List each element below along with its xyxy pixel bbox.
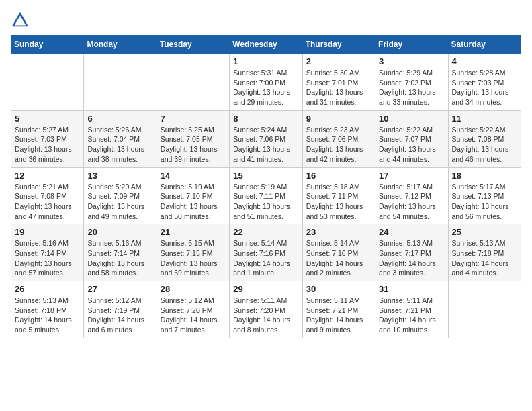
day-detail: Sunrise: 5:17 AMSunset: 7:12 PMDaylight:… <box>379 182 444 222</box>
day-number: 11 <box>452 113 517 124</box>
day-number: 27 <box>87 284 152 294</box>
day-detail: Sunrise: 5:11 AMSunset: 7:21 PMDaylight:… <box>306 295 371 335</box>
calendar-week-row: 1Sunrise: 5:31 AMSunset: 7:00 PMDaylight… <box>11 54 521 111</box>
calendar-day-cell <box>157 54 229 111</box>
calendar-header-row: SundayMondayTuesdayWednesdayThursdayFrid… <box>11 36 521 54</box>
calendar-day-cell <box>11 54 84 111</box>
calendar-day-cell: 26Sunrise: 5:13 AMSunset: 7:18 PMDayligh… <box>11 281 84 338</box>
calendar-day-cell: 30Sunrise: 5:11 AMSunset: 7:21 PMDayligh… <box>302 281 375 338</box>
day-detail: Sunrise: 5:17 AMSunset: 7:13 PMDaylight:… <box>452 182 517 222</box>
day-number: 6 <box>87 113 152 124</box>
day-number: 23 <box>306 227 371 237</box>
day-number: 26 <box>15 284 80 294</box>
calendar-day-cell: 12Sunrise: 5:21 AMSunset: 7:08 PMDayligh… <box>11 167 84 224</box>
logo <box>11 11 32 30</box>
page-header <box>11 11 521 30</box>
day-detail: Sunrise: 5:12 AMSunset: 7:20 PMDaylight:… <box>161 295 226 335</box>
calendar-week-row: 26Sunrise: 5:13 AMSunset: 7:18 PMDayligh… <box>11 281 521 338</box>
calendar-week-row: 19Sunrise: 5:16 AMSunset: 7:14 PMDayligh… <box>11 224 521 281</box>
calendar-day-cell: 13Sunrise: 5:20 AMSunset: 7:09 PMDayligh… <box>84 167 157 224</box>
day-detail: Sunrise: 5:16 AMSunset: 7:14 PMDaylight:… <box>87 238 152 278</box>
calendar-day-cell: 24Sunrise: 5:13 AMSunset: 7:17 PMDayligh… <box>375 224 448 281</box>
calendar-day-cell: 23Sunrise: 5:14 AMSunset: 7:16 PMDayligh… <box>302 224 375 281</box>
day-number: 14 <box>161 171 226 181</box>
calendar-day-cell: 31Sunrise: 5:11 AMSunset: 7:21 PMDayligh… <box>375 281 448 338</box>
calendar-day-cell <box>84 54 157 111</box>
day-of-week-header: Tuesday <box>157 36 229 54</box>
day-detail: Sunrise: 5:14 AMSunset: 7:16 PMDaylight:… <box>306 238 371 278</box>
day-detail: Sunrise: 5:19 AMSunset: 7:11 PMDaylight:… <box>233 182 298 222</box>
calendar-day-cell: 22Sunrise: 5:14 AMSunset: 7:16 PMDayligh… <box>230 224 302 281</box>
day-number: 20 <box>87 227 152 237</box>
calendar-day-cell: 29Sunrise: 5:11 AMSunset: 7:20 PMDayligh… <box>230 281 302 338</box>
day-number: 13 <box>87 171 152 181</box>
day-number: 12 <box>15 171 80 181</box>
day-detail: Sunrise: 5:22 AMSunset: 7:07 PMDaylight:… <box>379 125 444 165</box>
calendar-day-cell: 4Sunrise: 5:28 AMSunset: 7:03 PMDaylight… <box>448 54 521 111</box>
day-number: 31 <box>379 284 444 294</box>
day-detail: Sunrise: 5:21 AMSunset: 7:08 PMDaylight:… <box>15 182 80 222</box>
day-detail: Sunrise: 5:15 AMSunset: 7:15 PMDaylight:… <box>161 238 226 278</box>
day-number: 18 <box>452 171 517 181</box>
day-of-week-header: Saturday <box>448 36 521 54</box>
calendar-day-cell <box>448 281 521 338</box>
day-detail: Sunrise: 5:24 AMSunset: 7:06 PMDaylight:… <box>233 125 298 165</box>
calendar-day-cell: 7Sunrise: 5:25 AMSunset: 7:05 PMDaylight… <box>157 110 229 167</box>
day-number: 17 <box>379 171 444 181</box>
day-number: 28 <box>161 284 226 294</box>
day-detail: Sunrise: 5:16 AMSunset: 7:14 PMDaylight:… <box>15 238 80 278</box>
day-number: 8 <box>233 113 298 124</box>
calendar-day-cell: 1Sunrise: 5:31 AMSunset: 7:00 PMDaylight… <box>230 54 302 111</box>
day-of-week-header: Sunday <box>11 36 84 54</box>
day-detail: Sunrise: 5:22 AMSunset: 7:08 PMDaylight:… <box>452 125 517 165</box>
day-detail: Sunrise: 5:18 AMSunset: 7:11 PMDaylight:… <box>306 182 371 222</box>
calendar-table: SundayMondayTuesdayWednesdayThursdayFrid… <box>11 35 521 338</box>
calendar-day-cell: 11Sunrise: 5:22 AMSunset: 7:08 PMDayligh… <box>448 110 521 167</box>
day-number: 2 <box>306 56 371 66</box>
day-number: 24 <box>379 227 444 237</box>
day-number: 4 <box>452 56 517 66</box>
day-detail: Sunrise: 5:12 AMSunset: 7:19 PMDaylight:… <box>87 295 152 335</box>
day-number: 22 <box>233 227 298 237</box>
day-number: 1 <box>233 56 298 66</box>
day-detail: Sunrise: 5:28 AMSunset: 7:03 PMDaylight:… <box>452 68 517 107</box>
calendar-day-cell: 21Sunrise: 5:15 AMSunset: 7:15 PMDayligh… <box>157 224 229 281</box>
calendar-day-cell: 15Sunrise: 5:19 AMSunset: 7:11 PMDayligh… <box>230 167 302 224</box>
calendar-day-cell: 27Sunrise: 5:12 AMSunset: 7:19 PMDayligh… <box>84 281 157 338</box>
calendar-day-cell: 10Sunrise: 5:22 AMSunset: 7:07 PMDayligh… <box>375 110 448 167</box>
day-detail: Sunrise: 5:13 AMSunset: 7:17 PMDaylight:… <box>379 238 444 278</box>
day-number: 16 <box>306 171 371 181</box>
day-detail: Sunrise: 5:30 AMSunset: 7:01 PMDaylight:… <box>306 68 371 107</box>
day-detail: Sunrise: 5:27 AMSunset: 7:03 PMDaylight:… <box>15 125 80 165</box>
day-of-week-header: Wednesday <box>230 36 302 54</box>
calendar-day-cell: 14Sunrise: 5:19 AMSunset: 7:10 PMDayligh… <box>157 167 229 224</box>
calendar-day-cell: 8Sunrise: 5:24 AMSunset: 7:06 PMDaylight… <box>230 110 302 167</box>
day-detail: Sunrise: 5:13 AMSunset: 7:18 PMDaylight:… <box>452 238 517 278</box>
day-number: 3 <box>379 56 444 66</box>
calendar-day-cell: 25Sunrise: 5:13 AMSunset: 7:18 PMDayligh… <box>448 224 521 281</box>
day-detail: Sunrise: 5:11 AMSunset: 7:20 PMDaylight:… <box>233 295 298 335</box>
day-detail: Sunrise: 5:25 AMSunset: 7:05 PMDaylight:… <box>161 125 226 165</box>
day-number: 15 <box>233 171 298 181</box>
day-number: 30 <box>306 284 371 294</box>
day-detail: Sunrise: 5:14 AMSunset: 7:16 PMDaylight:… <box>233 238 298 278</box>
calendar-day-cell: 3Sunrise: 5:29 AMSunset: 7:02 PMDaylight… <box>375 54 448 111</box>
day-number: 5 <box>15 113 80 124</box>
calendar-day-cell: 20Sunrise: 5:16 AMSunset: 7:14 PMDayligh… <box>84 224 157 281</box>
day-detail: Sunrise: 5:13 AMSunset: 7:18 PMDaylight:… <box>15 295 80 335</box>
day-detail: Sunrise: 5:20 AMSunset: 7:09 PMDaylight:… <box>87 182 152 222</box>
calendar-week-row: 12Sunrise: 5:21 AMSunset: 7:08 PMDayligh… <box>11 167 521 224</box>
day-number: 9 <box>306 113 371 124</box>
day-detail: Sunrise: 5:26 AMSunset: 7:04 PMDaylight:… <box>87 125 152 165</box>
day-of-week-header: Thursday <box>302 36 375 54</box>
day-of-week-header: Monday <box>84 36 157 54</box>
day-number: 10 <box>379 113 444 124</box>
day-number: 25 <box>452 227 517 237</box>
calendar-day-cell: 2Sunrise: 5:30 AMSunset: 7:01 PMDaylight… <box>302 54 375 111</box>
logo-icon <box>11 11 30 30</box>
day-detail: Sunrise: 5:31 AMSunset: 7:00 PMDaylight:… <box>233 68 298 107</box>
day-detail: Sunrise: 5:23 AMSunset: 7:06 PMDaylight:… <box>306 125 371 165</box>
day-detail: Sunrise: 5:11 AMSunset: 7:21 PMDaylight:… <box>379 295 444 335</box>
calendar-day-cell: 17Sunrise: 5:17 AMSunset: 7:12 PMDayligh… <box>375 167 448 224</box>
calendar-day-cell: 18Sunrise: 5:17 AMSunset: 7:13 PMDayligh… <box>448 167 521 224</box>
